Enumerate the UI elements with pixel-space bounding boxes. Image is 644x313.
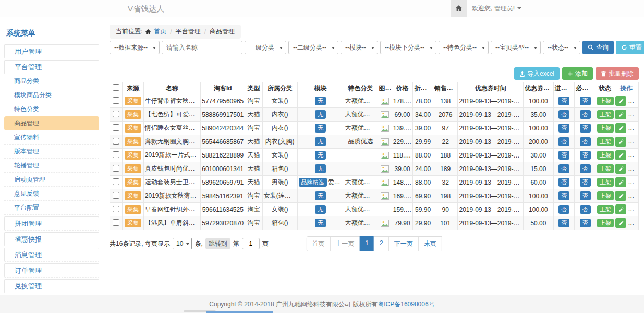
import-select-badge[interactable]: 否 <box>558 124 569 133</box>
sidebar-item[interactable]: 消息管理 <box>4 248 99 262</box>
edit-button[interactable] <box>615 137 626 147</box>
pager-item[interactable]: 上一页 <box>330 236 360 251</box>
sidebar-item[interactable]: 宣传物料 <box>4 130 99 145</box>
search-button[interactable]: 查询 <box>582 41 614 54</box>
edit-button[interactable] <box>615 164 626 174</box>
status-badge[interactable]: 上架 <box>597 137 614 146</box>
row-checkbox[interactable] <box>113 111 119 117</box>
breadcrumb-home-link[interactable]: 首页 <box>154 27 166 36</box>
import-select-badge[interactable]: 否 <box>558 178 569 187</box>
pager-item[interactable]: 末页 <box>418 236 442 251</box>
row-checkbox[interactable] <box>113 165 119 172</box>
must-buy-badge[interactable]: 否 <box>580 124 591 133</box>
sidebar-item[interactable]: 特色分类 <box>4 102 99 116</box>
select-all-checkbox[interactable] <box>113 84 119 91</box>
batch-delete-button[interactable]: 批量删除 <box>596 67 639 80</box>
status-badge[interactable]: 上架 <box>597 191 614 200</box>
row-checkbox[interactable] <box>113 124 119 131</box>
status-badge[interactable]: 上架 <box>597 110 614 119</box>
edit-button[interactable] <box>615 204 626 214</box>
filter-select[interactable]: --特色分类-- <box>439 41 489 54</box>
edit-button[interactable] <box>615 123 626 133</box>
must-buy-badge[interactable]: 否 <box>580 219 591 227</box>
filter-select[interactable]: 一级分类 <box>245 41 286 54</box>
row-checkbox[interactable] <box>113 178 119 185</box>
status-badge[interactable]: 上架 <box>597 164 614 173</box>
reset-button[interactable]: 重置 <box>616 41 644 54</box>
row-checkbox[interactable] <box>113 151 119 158</box>
sidebar-item[interactable]: 平台管理 <box>4 60 99 74</box>
pager-item[interactable]: 1 <box>359 236 374 251</box>
sidebar-item[interactable]: 启动页管理 <box>4 173 99 187</box>
status-badge[interactable]: 上架 <box>597 124 614 133</box>
row-checkbox[interactable] <box>113 219 119 226</box>
import-select-badge[interactable]: 否 <box>558 191 569 200</box>
sidebar-item[interactable]: 用户管理 <box>4 44 99 58</box>
filter-select[interactable]: --模块-- <box>341 41 378 54</box>
filter-select[interactable]: --状态-- <box>543 41 580 54</box>
module-cell: 无 <box>297 203 344 216</box>
pager-item[interactable]: 下一页 <box>388 236 419 251</box>
status-badge[interactable]: 上架 <box>597 219 614 227</box>
sidebar-item[interactable]: 轮播管理 <box>4 159 99 173</box>
status-badge[interactable]: 上架 <box>597 97 614 105</box>
sidebar-item[interactable]: 商品管理 <box>4 116 99 130</box>
filter-select[interactable]: --宝贝类型-- <box>491 41 541 54</box>
must-buy-badge[interactable]: 否 <box>580 110 591 119</box>
price: 229.99 <box>392 135 413 149</box>
pager-item[interactable]: 首页 <box>306 236 330 251</box>
must-buy-badge[interactable]: 否 <box>580 151 591 160</box>
must-buy-badge[interactable]: 否 <box>580 178 591 187</box>
edit-button[interactable] <box>615 110 626 119</box>
jump-button[interactable]: 跳转到 <box>205 238 230 249</box>
data-source-select[interactable]: --数据来源-- <box>110 41 160 54</box>
row-checkbox[interactable] <box>113 192 119 199</box>
import-select-badge[interactable]: 否 <box>558 97 569 105</box>
filter-select[interactable]: --二级分类-- <box>288 41 338 54</box>
status-badge[interactable]: 上架 <box>597 151 614 160</box>
sidebar-item[interactable]: 模块商品分类 <box>4 88 99 102</box>
status-badge[interactable]: 上架 <box>597 178 614 187</box>
edit-button[interactable] <box>615 191 626 201</box>
filter-select[interactable]: --模块下分类-- <box>380 41 436 54</box>
status-badge[interactable]: 上架 <box>597 205 614 214</box>
sidebar-item[interactable]: 版本管理 <box>4 145 99 159</box>
coupon-time: 2019-09-13—2019-09-20 <box>458 162 524 176</box>
home-button[interactable] <box>451 0 467 17</box>
row-checkbox[interactable] <box>113 97 119 104</box>
icp-link[interactable]: 粤ICP备16098006号 <box>378 300 434 308</box>
sidebar-item[interactable]: 订单管理 <box>4 263 99 278</box>
edit-button[interactable] <box>615 96 626 106</box>
row-checkbox[interactable] <box>113 206 119 212</box>
sidebar-item[interactable]: 兑换管理 <box>4 279 99 293</box>
import-select-badge[interactable]: 否 <box>558 137 569 146</box>
add-button[interactable]: 添加 <box>562 67 593 80</box>
edit-button[interactable] <box>615 218 626 228</box>
sidebar-item[interactable]: 平台配置 <box>4 201 99 215</box>
edit-button[interactable] <box>615 177 626 187</box>
import-select-badge[interactable]: 否 <box>558 164 569 173</box>
edit-button[interactable] <box>615 150 626 160</box>
per-page-select[interactable]: 10 <box>173 238 192 249</box>
import-select-badge[interactable]: 否 <box>558 151 569 160</box>
import-excel-button[interactable]: 导入excel <box>514 67 560 80</box>
must-buy-badge[interactable]: 否 <box>580 205 591 214</box>
sidebar-item[interactable]: 省惠快报 <box>4 232 99 246</box>
pager-item[interactable]: 2 <box>374 236 389 251</box>
horizontal-scrollbar-thumb[interactable] <box>206 311 273 313</box>
user-menu[interactable]: 欢迎您, 管理员! <box>472 0 521 17</box>
page-input[interactable] <box>242 238 260 249</box>
must-buy-badge[interactable]: 否 <box>580 191 591 200</box>
must-buy-badge[interactable]: 否 <box>580 164 591 173</box>
import-select-badge[interactable]: 否 <box>558 219 569 227</box>
sidebar-item[interactable]: 拼团管理 <box>4 216 99 231</box>
must-buy-badge[interactable]: 否 <box>580 97 591 105</box>
import-select-badge[interactable]: 否 <box>558 205 569 214</box>
row-checkbox[interactable] <box>113 138 119 145</box>
name-input[interactable] <box>162 41 242 54</box>
sidebar-item[interactable]: 意见反馈 <box>4 187 99 201</box>
caret-down-icon <box>574 47 577 49</box>
sidebar-item[interactable]: 商品分类 <box>4 74 99 88</box>
must-buy-badge[interactable]: 否 <box>580 137 591 146</box>
import-select-badge[interactable]: 否 <box>558 110 569 119</box>
